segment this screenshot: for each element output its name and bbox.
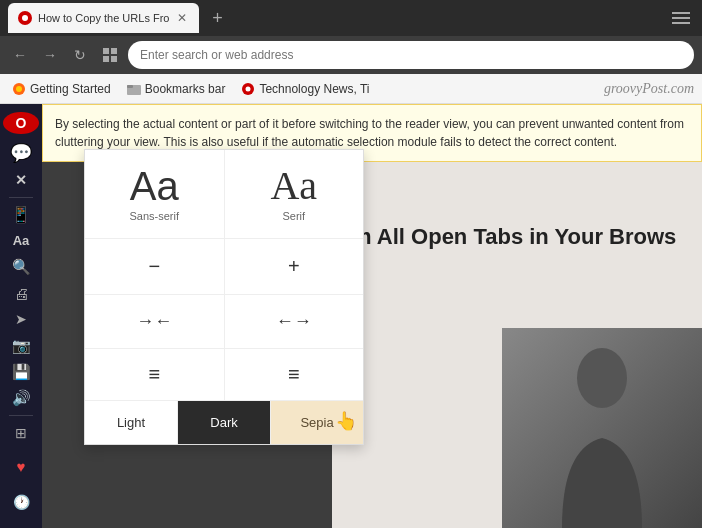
browser-window: How to Copy the URLs Fro ✕ + ← → ↻ [0, 0, 702, 528]
tab-title: How to Copy the URLs Fro [38, 12, 169, 24]
svg-rect-1 [111, 48, 117, 54]
light-theme-label: Light [117, 415, 145, 430]
tab-bar: How to Copy the URLs Fro ✕ + [0, 0, 702, 36]
active-tab[interactable]: How to Copy the URLs Fro ✕ [8, 3, 199, 33]
main-content: By selecting the actual content or part … [42, 104, 702, 528]
increase-icon: + [288, 255, 300, 278]
bookmark-label: Getting Started [30, 82, 111, 96]
theme-row: Light Dark Sepia 👆 [85, 401, 363, 444]
font-decrease-button[interactable]: − [85, 239, 225, 294]
send-icon[interactable]: ➤ [3, 308, 39, 330]
reload-button[interactable]: ↻ [68, 43, 92, 67]
sans-serif-label: Sans-serif [129, 210, 179, 222]
svg-point-9 [246, 86, 251, 91]
opera-logo-icon[interactable]: O [3, 112, 39, 134]
messenger-icon[interactable]: 💬 [3, 142, 39, 164]
left-align-icon: ≡ [288, 363, 300, 386]
history-icon[interactable]: 🕐 [3, 484, 39, 520]
font-panel: Aa Sans-serif Aa Serif − + [84, 149, 364, 445]
text-align-row: ≡ ≡ [85, 349, 363, 401]
search-icon[interactable]: 🔍 [3, 256, 39, 278]
svg-rect-0 [103, 48, 109, 54]
site-watermark: groovyPost.com [604, 81, 694, 97]
volume-icon[interactable]: 🔊 [3, 387, 39, 409]
printer-icon[interactable]: 🖨 [3, 282, 39, 304]
font-size-row: − + [85, 239, 363, 295]
cursor-pointer: 👆 [335, 410, 357, 432]
justify-align-button[interactable]: ≡ [85, 349, 225, 400]
svg-rect-3 [111, 56, 117, 62]
svg-point-11 [577, 348, 627, 408]
bookmark-bar-folder[interactable]: Bookmarks bar [123, 80, 230, 98]
extensions-icon[interactable]: ⊞ [3, 422, 39, 444]
person-silhouette [542, 328, 662, 528]
bookmarks-bar: Getting Started Bookmarks bar Technology… [0, 74, 702, 104]
sans-serif-aa: Aa [130, 166, 179, 206]
wide-icon: ←→ [276, 311, 312, 332]
bookmark-label: Bookmarks bar [145, 82, 226, 96]
heart-icon[interactable]: ♥ [3, 448, 39, 484]
font-increase-button[interactable]: + [225, 239, 364, 294]
menu-line [672, 17, 690, 19]
narrow-icon: →← [136, 311, 172, 332]
font-size-icon[interactable]: Aa [3, 230, 39, 252]
justify-icon: ≡ [148, 363, 160, 386]
bookmark-label: Technology News, Ti [259, 82, 369, 96]
tooltip-text: By selecting the actual content or part … [55, 117, 684, 149]
tech-favicon [241, 82, 255, 96]
light-theme-button[interactable]: Light [85, 401, 178, 444]
font-sans-serif-option[interactable]: Aa Sans-serif [85, 150, 225, 238]
firefox-icon [12, 82, 26, 96]
serif-label: Serif [282, 210, 305, 222]
grid-icon [103, 48, 117, 62]
menu-line [672, 12, 690, 14]
address-input[interactable] [128, 41, 694, 69]
aa-label: Aa [13, 233, 30, 248]
whatsapp-icon[interactable]: 📱 [3, 203, 39, 225]
save-icon[interactable]: 💾 [3, 361, 39, 383]
text-width-row: →← ←→ [85, 295, 363, 349]
menu-line [672, 22, 690, 24]
address-bar: ← → ↻ [0, 36, 702, 74]
camera-icon[interactable]: 📷 [3, 335, 39, 357]
wide-width-button[interactable]: ←→ [225, 295, 364, 348]
left-align-button[interactable]: ≡ [225, 349, 364, 400]
bookmark-getting-started[interactable]: Getting Started [8, 80, 115, 98]
sidebar-divider-2 [9, 415, 33, 416]
article-image [502, 328, 702, 528]
svg-point-5 [16, 86, 22, 92]
decrease-icon: − [148, 255, 160, 278]
forward-button[interactable]: → [38, 43, 62, 67]
svg-rect-2 [103, 56, 109, 62]
font-type-row: Aa Sans-serif Aa Serif [85, 150, 363, 239]
dark-theme-button[interactable]: Dark [178, 401, 271, 444]
serif-aa: Aa [270, 166, 317, 206]
sidebar-divider [9, 197, 33, 198]
sepia-theme-button[interactable]: Sepia 👆 [271, 401, 363, 444]
sepia-theme-label: Sepia [300, 415, 333, 430]
new-tab-button[interactable]: + [203, 4, 231, 32]
tab-favicon [18, 11, 32, 25]
tab-close-button[interactable]: ✕ [175, 11, 189, 25]
svg-rect-7 [127, 85, 133, 88]
grid-view-button[interactable] [98, 43, 122, 67]
page-content: m All Open Tabs in Your Brows [332, 104, 702, 528]
close-x-icon[interactable]: ✕ [3, 168, 39, 190]
folder-icon [127, 82, 141, 96]
dark-theme-label: Dark [210, 415, 237, 430]
browser-sidebar: O 💬 ✕ 📱 Aa 🔍 🖨 ➤ 📷 💾 🔊 ⊞ ♥ 🕐 [0, 104, 42, 528]
content-area: O 💬 ✕ 📱 Aa 🔍 🖨 ➤ 📷 💾 🔊 ⊞ ♥ 🕐 [0, 104, 702, 528]
sidebar-bottom: ♥ 🕐 [3, 448, 39, 520]
back-button[interactable]: ← [8, 43, 32, 67]
font-serif-option[interactable]: Aa Serif [225, 150, 364, 238]
bookmark-tech-news[interactable]: Technology News, Ti [237, 80, 373, 98]
browser-menu-button[interactable] [668, 8, 694, 28]
narrow-width-button[interactable]: →← [85, 295, 225, 348]
tab-bar-right [668, 8, 694, 28]
